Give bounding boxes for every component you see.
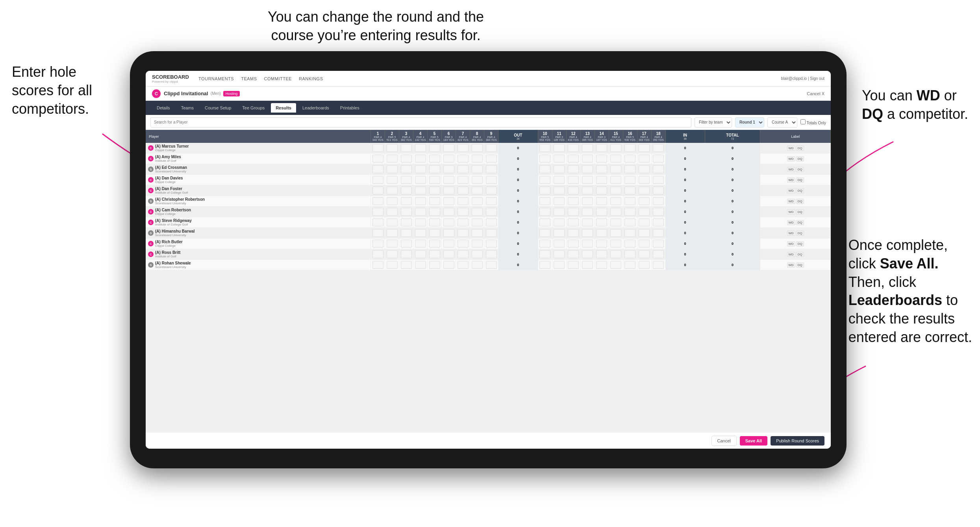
hole-11-score-input-row-9[interactable] [552,239,566,249]
hole-6-score-input-row-11[interactable] [442,260,456,270]
hole-3-score-input-row-1[interactable] [399,153,413,164]
hole-7-input[interactable] [458,250,469,258]
hole-11-input[interactable] [554,218,565,226]
hole-13-input[interactable] [582,176,593,184]
hole-9-score-input-row-5[interactable] [484,196,498,207]
hole-18-input[interactable] [653,208,664,216]
hole-5-input[interactable] [429,197,440,205]
hole-14-score-input-row-6[interactable] [595,207,609,217]
hole-4-input[interactable] [415,250,426,258]
hole-7-score-input-row-5[interactable] [456,196,470,207]
wd-button[interactable]: WD [787,252,795,257]
hole-9-input[interactable] [486,187,497,194]
hole-1-input[interactable] [372,155,383,163]
hole-8-score-input-row-1[interactable] [470,153,484,164]
hole-7-input[interactable] [458,155,469,163]
hole-2-input[interactable] [387,229,398,237]
hole-14-input[interactable] [596,240,607,248]
tab-course-setup[interactable]: Course Setup [200,103,236,113]
hole-14-input[interactable] [596,218,607,226]
hole-15-score-input-row-7[interactable] [609,217,623,228]
wd-button[interactable]: WD [787,156,795,161]
hole-8-input[interactable] [472,208,483,216]
hole-12-input[interactable] [568,165,579,173]
hole-5-input[interactable] [429,250,440,258]
hole-3-score-input-row-5[interactable] [399,196,413,207]
wd-dq-cell[interactable]: WDDQ [760,153,831,164]
hole-14-input[interactable] [596,197,607,205]
hole-14-input[interactable] [596,144,607,152]
hole-13-input[interactable] [582,165,593,173]
hole-14-score-input-row-3[interactable] [595,175,609,185]
hole-1-input[interactable] [372,208,383,216]
hole-6-input[interactable] [443,261,454,269]
hole-9-score-input-row-7[interactable] [484,217,498,228]
hole-17-score-input-row-7[interactable] [637,217,651,228]
hole-17-input[interactable] [639,218,650,226]
wd-button[interactable]: WD [787,263,795,268]
dq-button[interactable]: DQ [796,146,804,151]
hole-7-score-input-row-0[interactable] [456,143,470,153]
hole-12-input[interactable] [568,250,579,258]
hole-4-score-input-row-4[interactable] [413,185,428,196]
hole-15-input[interactable] [610,229,621,237]
hole-15-input[interactable] [610,208,621,216]
hole-14-input[interactable] [596,261,607,269]
hole-7-input[interactable] [458,240,469,248]
hole-18-input[interactable] [653,176,664,184]
hole-13-input[interactable] [582,144,593,152]
hole-14-input[interactable] [596,155,607,163]
hole-11-score-input-row-4[interactable] [552,185,566,196]
hole-1-input[interactable] [372,261,383,269]
hole-7-score-input-row-6[interactable] [456,207,470,217]
hole-4-input[interactable] [415,187,426,194]
hole-8-input[interactable] [472,155,483,163]
hole-12-input[interactable] [568,208,579,216]
hole-7-score-input-row-8[interactable] [456,228,470,239]
hole-18-score-input-row-8[interactable] [651,228,665,239]
hole-8-input[interactable] [472,165,483,173]
tab-leaderboards[interactable]: Leaderboards [298,103,334,113]
hole-17-input[interactable] [639,144,650,152]
hole-8-score-input-row-6[interactable] [470,207,484,217]
hole-7-score-input-row-2[interactable] [456,164,470,175]
hole-14-score-input-row-2[interactable] [595,164,609,175]
totals-only-label[interactable]: Totals Only [800,119,826,125]
dq-button[interactable]: DQ [796,252,804,257]
hole-13-input[interactable] [582,261,593,269]
hole-6-score-input-row-10[interactable] [442,249,456,260]
wd-dq-cell[interactable]: WDDQ [760,175,831,185]
hole-18-input[interactable] [653,240,664,248]
hole-4-input[interactable] [415,155,426,163]
hole-7-input[interactable] [458,176,469,184]
hole-11-input[interactable] [554,144,565,152]
dq-button[interactable]: DQ [796,167,804,172]
hole-15-score-input-row-3[interactable] [609,175,623,185]
hole-3-score-input-row-7[interactable] [399,217,413,228]
hole-6-input[interactable] [443,197,454,205]
hole-14-score-input-row-11[interactable] [595,260,609,270]
hole-8-score-input-row-3[interactable] [470,175,484,185]
hole-6-input[interactable] [443,187,454,194]
hole-15-score-input-row-5[interactable] [609,196,623,207]
wd-button[interactable]: WD [787,220,795,225]
hole-9-score-input-row-11[interactable] [484,260,498,270]
hole-11-input[interactable] [554,155,565,163]
hole-1-score-input-row-7[interactable] [371,217,385,228]
hole-10-input[interactable] [539,208,550,216]
hole-17-score-input-row-11[interactable] [637,260,651,270]
hole-15-input[interactable] [610,261,621,269]
hole-16-input[interactable] [624,197,635,205]
hole-8-score-input-row-2[interactable] [470,164,484,175]
hole-17-input[interactable] [639,165,650,173]
hole-2-input[interactable] [387,176,398,184]
publish-round-button[interactable]: Publish Round Scores [771,436,824,446]
hole-4-input[interactable] [415,176,426,184]
hole-16-score-input-row-9[interactable] [623,239,637,249]
hole-5-input[interactable] [429,155,440,163]
hole-13-input[interactable] [582,218,593,226]
hole-3-score-input-row-9[interactable] [399,239,413,249]
hole-7-score-input-row-10[interactable] [456,249,470,260]
hole-12-score-input-row-8[interactable] [566,228,580,239]
hole-4-input[interactable] [415,261,426,269]
